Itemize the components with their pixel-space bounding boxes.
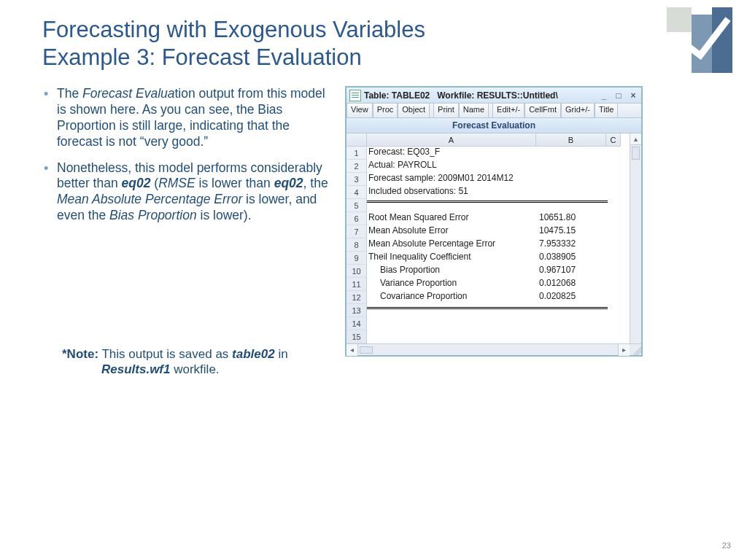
cell-b[interactable]: 0.020825: [536, 291, 606, 304]
minimize-icon[interactable]: _: [599, 90, 609, 101]
cell-b[interactable]: [536, 304, 606, 317]
row-number[interactable]: 4: [347, 186, 366, 199]
table-row[interactable]: [367, 317, 630, 330]
row-number[interactable]: 8: [347, 238, 366, 252]
cell-a[interactable]: [367, 304, 536, 317]
title-line-2: Example 3: Forecast Evaluation: [42, 44, 362, 70]
table-subheader: Forecast Evaluation: [347, 118, 641, 133]
row-number[interactable]: 7: [347, 225, 366, 238]
logo-chart-line-icon: [667, 7, 732, 73]
toolbar-print[interactable]: Print: [433, 104, 459, 117]
cell-b[interactable]: [536, 330, 606, 343]
cell-a[interactable]: [367, 330, 536, 343]
col-header-b[interactable]: B: [536, 133, 606, 147]
table-row[interactable]: Mean Absolute Percentage Error7.953332: [367, 238, 630, 252]
scroll-thumb-h[interactable]: [360, 346, 373, 354]
cell-b[interactable]: [536, 147, 606, 160]
cell-b[interactable]: [536, 317, 606, 330]
row-number[interactable]: 12: [347, 291, 366, 304]
cell-b[interactable]: [536, 173, 606, 186]
table-icon: [349, 90, 361, 101]
cell-b[interactable]: 0.967107: [536, 265, 606, 278]
row-number-gutter: 123456789101112131415: [347, 133, 367, 343]
toolbar-name[interactable]: Name: [459, 104, 489, 117]
row-number[interactable]: 9: [347, 252, 366, 265]
slide-title: Forecasting with Exogenous Variables Exa…: [42, 16, 425, 71]
window-title: Table: TABLE02 Workfile: RESULTS::Untitl…: [364, 90, 558, 101]
cell-a[interactable]: Included observations: 51: [367, 186, 536, 199]
table-row[interactable]: Bias Proportion0.967107: [367, 265, 630, 278]
resize-grip-icon[interactable]: [630, 344, 641, 356]
table-body: Forecast: EQ03_FActual: PAYROLLForecast …: [367, 147, 630, 343]
cell-a[interactable]: Forecast: EQ03_F: [367, 147, 536, 160]
scroll-left-icon[interactable]: ◂: [347, 344, 358, 356]
row-number[interactable]: 13: [347, 304, 366, 317]
row-number[interactable]: 15: [347, 330, 366, 343]
table-row[interactable]: Actual: PAYROLL: [367, 160, 630, 173]
toolbar-object[interactable]: Object: [398, 104, 430, 117]
cell-b[interactable]: 10651.80: [536, 212, 606, 225]
cell-a[interactable]: Forecast sample: 2009M01 2014M12: [367, 173, 536, 186]
cell-b[interactable]: 10475.15: [536, 225, 606, 238]
cell-b[interactable]: 0.012068: [536, 278, 606, 291]
horizontal-scrollbar[interactable]: ◂ ▸: [347, 343, 641, 355]
row-number[interactable]: 10: [347, 265, 366, 278]
cell-b[interactable]: 0.038905: [536, 252, 606, 265]
cell-a[interactable]: Covariance Proportion: [367, 291, 536, 304]
cell-a[interactable]: Actual: PAYROLL: [367, 160, 536, 173]
toolbar-view[interactable]: View: [347, 104, 373, 117]
toolbar-grid[interactable]: Grid+/-: [561, 104, 595, 117]
col-header-a[interactable]: A: [367, 133, 536, 147]
table-window: Table: TABLE02 Workfile: RESULTS::Untitl…: [345, 86, 643, 357]
vertical-scrollbar[interactable]: ▴: [630, 133, 641, 343]
row-number[interactable]: 2: [347, 160, 366, 173]
col-header-c[interactable]: C: [606, 133, 621, 147]
table-row[interactable]: Theil Inequality Coefficient0.038905: [367, 252, 630, 265]
toolbar-title[interactable]: Title: [595, 104, 618, 117]
row-number[interactable]: 11: [347, 278, 366, 291]
table-row[interactable]: Variance Proportion0.012068: [367, 278, 630, 291]
table-row[interactable]: Forecast: EQ03_F: [367, 147, 630, 160]
toolbar-edit[interactable]: Edit+/-: [492, 104, 525, 117]
cell-b[interactable]: 7.953332: [536, 238, 606, 252]
table-row[interactable]: Covariance Proportion0.020825: [367, 291, 630, 304]
cell-a[interactable]: Mean Absolute Percentage Error: [367, 238, 536, 252]
title-line-1: Forecasting with Exogenous Variables: [42, 17, 425, 42]
cell-a[interactable]: Root Mean Squared Error: [367, 212, 536, 225]
table-row[interactable]: Included observations: 51: [367, 186, 630, 199]
bullet-1: The Forecast Evaluation output from this…: [44, 86, 332, 150]
cell-a[interactable]: Variance Proportion: [367, 278, 536, 291]
row-number[interactable]: 5: [347, 199, 366, 212]
cell-a[interactable]: [367, 317, 536, 330]
page-number: 23: [722, 541, 731, 550]
window-toolbar: View Proc Object Print Name Edit+/- Cell…: [347, 104, 641, 118]
scroll-thumb-v[interactable]: [632, 147, 640, 160]
cell-a[interactable]: Theil Inequality Coefficient: [367, 252, 536, 265]
row-number[interactable]: 1: [347, 147, 366, 160]
table-grid: 123456789101112131415 A B C Forecast: EQ…: [347, 133, 641, 343]
row-number[interactable]: 14: [347, 317, 366, 330]
table-row[interactable]: Root Mean Squared Error10651.80: [367, 212, 630, 225]
row-number[interactable]: 3: [347, 173, 366, 186]
row-number[interactable]: 6: [347, 212, 366, 225]
window-titlebar[interactable]: Table: TABLE02 Workfile: RESULTS::Untitl…: [347, 88, 641, 104]
table-row[interactable]: [367, 330, 630, 343]
table-row[interactable]: Forecast sample: 2009M01 2014M12: [367, 173, 630, 186]
cell-a[interactable]: Mean Absolute Error: [367, 225, 536, 238]
scroll-right-icon[interactable]: ▸: [618, 344, 630, 356]
rule-bottom: [367, 307, 608, 309]
toolbar-proc[interactable]: Proc: [373, 104, 398, 117]
table-row[interactable]: [367, 304, 630, 317]
cell-b[interactable]: [536, 186, 606, 199]
scroll-up-icon[interactable]: ▴: [630, 133, 641, 145]
logo: [667, 7, 732, 73]
cell-a[interactable]: Bias Proportion: [367, 265, 536, 278]
table-row[interactable]: Mean Absolute Error10475.15: [367, 225, 630, 238]
footnote: *Note: This output is saved as table02 i…: [62, 346, 332, 378]
bullet-2: Nonetheless, this model performs conside…: [44, 160, 332, 225]
toolbar-cellfmt[interactable]: CellFmt: [525, 104, 561, 117]
close-icon[interactable]: ×: [628, 90, 638, 101]
maximize-icon[interactable]: □: [614, 90, 624, 101]
rule-top: [367, 201, 608, 203]
cell-b[interactable]: [536, 160, 606, 173]
